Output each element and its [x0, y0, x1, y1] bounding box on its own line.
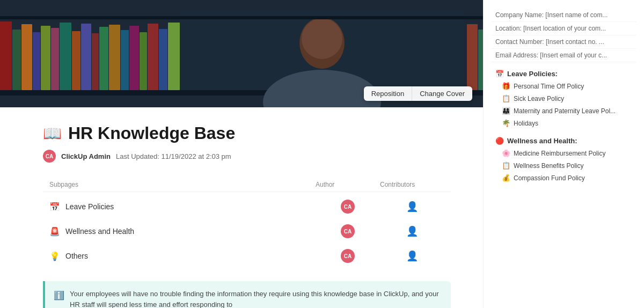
author-cell: CA — [316, 200, 380, 214]
person-icon: 👤 — [406, 201, 418, 212]
contributors-col-header: Contributors — [380, 181, 444, 188]
svg-rect-6 — [41, 26, 50, 90]
holidays-icon: 🌴 — [502, 119, 510, 127]
personal-time-off-icon: 🎁 — [502, 82, 510, 90]
svg-rect-9 — [72, 31, 80, 90]
author-avatar-ca: CA — [341, 200, 355, 214]
maternity-icon: 👨‍👩‍👧 — [502, 107, 510, 115]
sidebar-contact[interactable]: Contact Number: [Insert contact no. ... — [491, 35, 636, 49]
svg-point-22 — [302, 18, 342, 59]
svg-rect-5 — [33, 32, 40, 90]
sidebar-item-compassion-fund[interactable]: 💰 Compassion Fund Policy — [491, 172, 636, 184]
cover-image: Reposition Change Cover — [0, 0, 483, 107]
medicine-label: Medicine Reimbursement Policy — [514, 150, 605, 157]
sidebar-item-personal-time-off[interactable]: 🎁 Personal Time Off Policy — [491, 80, 636, 92]
svg-rect-12 — [99, 27, 108, 90]
table-row[interactable]: 📅 Leave Policies CA 👤 — [43, 194, 451, 219]
sidebar-item-medicine[interactable]: 🌸 Medicine Reimbursement Policy — [491, 147, 636, 159]
svg-rect-18 — [159, 29, 167, 90]
svg-rect-10 — [81, 24, 91, 90]
sidebar-email[interactable]: Email Address: [Insert email of your c..… — [491, 49, 636, 62]
wellness-label: Wellness and Health — [65, 227, 134, 236]
row-label: 💡 Others — [49, 251, 316, 261]
contributors-cell: 👤 — [380, 225, 444, 237]
sidebar-section-wellness: 🔴 Wellness and Health: 🌸 Medicine Reimbu… — [491, 135, 636, 184]
svg-rect-8 — [60, 23, 71, 90]
row-label: 📅 Leave Policies — [49, 202, 316, 212]
sidebar-section-leave-title: 📅 Leave Policies: — [491, 68, 636, 80]
table-row[interactable]: 💡 Others CA 👤 — [43, 244, 451, 268]
sidebar-item-maternity[interactable]: 👨‍👩‍👧 Maternity and Paternity Leave Pol.… — [491, 105, 636, 117]
sidebar-location[interactable]: Location: [Insert location of your com..… — [491, 22, 636, 35]
table-header: Subpages Author Contributors — [43, 178, 451, 192]
info-box: ℹ️ Your employees will have no trouble f… — [43, 281, 451, 308]
svg-rect-15 — [129, 26, 139, 90]
sidebar-item-sick-leave[interactable]: 📋 Sick Leave Policy — [491, 92, 636, 105]
leave-section-label: Leave Policies: — [507, 70, 558, 78]
leave-section-icon: 📅 — [495, 70, 504, 78]
info-icon: ℹ️ — [54, 289, 64, 308]
wellness-benefits-label: Wellness Benefits Policy — [514, 162, 584, 170]
page-title-row: 📖 HR Knowledge Base — [43, 123, 451, 143]
svg-rect-7 — [51, 28, 59, 90]
person-icon: 👤 — [406, 225, 418, 237]
sidebar-company-name[interactable]: Company Name: [Insert name of com... — [491, 9, 636, 22]
svg-rect-16 — [140, 32, 147, 90]
author-cell: CA — [316, 249, 380, 263]
contributors-cell: 👤 — [380, 250, 444, 262]
row-label: 🚨 Wellness and Health — [49, 226, 316, 237]
author-avatar-ca: CA — [341, 249, 355, 263]
svg-rect-11 — [92, 33, 99, 90]
author-cell: CA — [316, 224, 380, 238]
sidebar-section-leave: 📅 Leave Policies: 🎁 Personal Time Off Po… — [491, 68, 636, 129]
contributors-cell: 👤 — [380, 201, 444, 212]
table-row[interactable]: 🚨 Wellness and Health CA 👤 — [43, 219, 451, 244]
compassion-fund-icon: 💰 — [502, 174, 510, 182]
author-avatar-ca: CA — [341, 224, 355, 238]
others-icon: 💡 — [49, 251, 60, 261]
page-content: 📖 HR Knowledge Base CA ClickUp Admin Las… — [0, 107, 483, 308]
reposition-button[interactable]: Reposition — [364, 86, 412, 101]
holidays-label: Holidays — [514, 120, 538, 127]
svg-rect-13 — [109, 25, 120, 90]
svg-rect-19 — [168, 23, 180, 90]
svg-rect-24 — [467, 24, 478, 90]
wellness-section-label: Wellness and Health: — [507, 137, 577, 145]
svg-rect-17 — [148, 24, 158, 90]
last-updated: Last Updated: 11/19/2022 at 2:03 pm — [116, 152, 231, 160]
subpages-col-header: Subpages — [49, 181, 316, 188]
svg-rect-2 — [0, 21, 12, 90]
others-label: Others — [65, 252, 88, 260]
leave-policies-label: Leave Policies — [65, 202, 114, 211]
info-text: Your employees will have no trouble find… — [70, 289, 442, 308]
sidebar-section-wellness-title: 🔴 Wellness and Health: — [491, 135, 636, 147]
author-name: ClickUp Admin — [61, 152, 111, 160]
svg-rect-42 — [0, 16, 483, 19]
subpages-table: Subpages Author Contributors 📅 Leave Pol… — [43, 178, 451, 268]
change-cover-button[interactable]: Change Cover — [412, 86, 472, 101]
svg-rect-4 — [21, 24, 32, 90]
meta-row: CA ClickUp Admin Last Updated: 11/19/202… — [43, 150, 451, 163]
author-col-header: Author — [316, 181, 380, 188]
sick-leave-icon: 📋 — [502, 94, 510, 102]
maternity-label: Maternity and Paternity Leave Pol... — [514, 107, 616, 115]
svg-rect-25 — [478, 30, 483, 90]
cover-buttons: Reposition Change Cover — [364, 86, 472, 101]
svg-rect-14 — [121, 30, 129, 90]
page-icon: 📖 — [43, 124, 62, 142]
author-avatar: CA — [43, 150, 56, 163]
sidebar: Company Name: [Insert name of com... Loc… — [483, 0, 644, 308]
wellness-benefits-icon: 📋 — [502, 162, 510, 170]
wellness-icon: 🚨 — [49, 226, 60, 237]
sidebar-item-holidays[interactable]: 🌴 Holidays — [491, 117, 636, 129]
sick-leave-label: Sick Leave Policy — [514, 95, 564, 102]
wellness-section-icon: 🔴 — [495, 137, 504, 145]
compassion-fund-label: Compassion Fund Policy — [514, 174, 585, 182]
main-area: Reposition Change Cover 📖 HR Knowledge B… — [0, 0, 483, 308]
sidebar-item-wellness-benefits[interactable]: 📋 Wellness Benefits Policy — [491, 159, 636, 172]
leave-policies-icon: 📅 — [49, 202, 60, 212]
page-title: HR Knowledge Base — [68, 123, 235, 143]
personal-time-off-label: Personal Time Off Policy — [514, 83, 584, 90]
person-icon: 👤 — [406, 250, 418, 262]
medicine-icon: 🌸 — [502, 149, 510, 157]
